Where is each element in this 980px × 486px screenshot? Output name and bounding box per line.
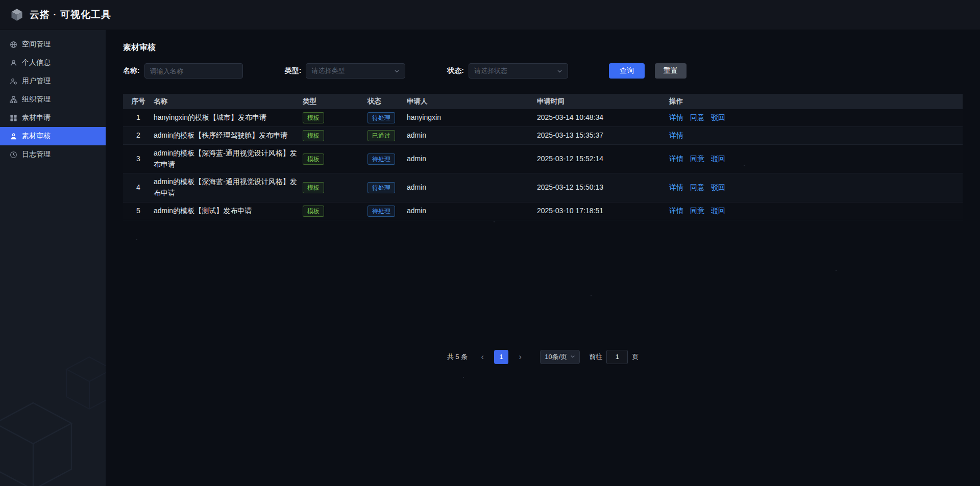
type-tag: 模板 [303,112,324,123]
user-gear-icon [9,77,17,85]
status-filter-select[interactable]: 请选择状态 [469,63,568,79]
row-index: 1 [123,109,154,126]
action-approve-link[interactable]: 同意 [690,206,704,217]
grid-icon [9,114,17,122]
filter-status-group: 状态: 请选择状态 [447,63,568,79]
goto-page-group: 前往 页 [589,350,639,364]
sidebar-item-label: 空间管理 [22,40,51,49]
col-actions: 操作 [669,97,963,106]
action-reject-link[interactable]: 驳回 [711,112,725,123]
action-detail-link[interactable]: 详情 [669,182,683,193]
table-row: 1 hanyingxin的模板【城市】发布申请 模板 待处理 hanyingxi… [123,109,963,127]
row-index: 3 [123,150,154,168]
status-select-value: 请选择状态 [474,66,507,75]
name-filter-label: 名称: [123,66,140,75]
row-applicant: admin [407,127,537,144]
col-status: 状态 [368,97,407,106]
type-tag: 模板 [303,206,324,217]
action-detail-link[interactable]: 详情 [669,154,683,165]
app-root: 云搭 · 可视化工具 空间管理 个人信息 [0,0,980,486]
goto-page-input[interactable] [606,350,628,364]
person-icon [9,59,17,67]
row-applicant: hanyingxin [407,109,537,126]
search-button[interactable]: 查询 [609,63,645,79]
filter-name-group: 名称: [123,63,243,79]
sidebar-item-user-management[interactable]: 用户管理 [0,72,106,90]
col-index: 序号 [123,97,154,106]
page-unit-label: 页 [632,352,639,362]
col-applicant: 申请人 [407,97,537,106]
status-tag-pending: 待处理 [368,182,395,193]
status-tag-pending: 待处理 [368,206,395,217]
type-tag: 模板 [303,154,324,165]
pagination-total: 共 5 条 [447,352,468,362]
goto-label: 前往 [589,352,602,362]
filter-buttons: 查询 重置 [609,63,687,79]
table-header-row: 序号 名称 类型 状态 申请人 申请时间 操作 [123,94,963,109]
row-index: 5 [123,202,154,220]
sidebar-item-personal-info[interactable]: 个人信息 [0,54,106,72]
action-approve-link[interactable]: 同意 [690,112,704,123]
sidebar-item-log-management[interactable]: 日志管理 [0,145,106,164]
col-type: 类型 [303,97,368,106]
action-reject-link[interactable]: 驳回 [711,182,725,193]
review-check-icon [9,132,17,140]
app-title: 云搭 · 可视化工具 [30,8,111,21]
status-tag-pending: 待处理 [368,154,395,165]
log-doc-icon [9,150,17,159]
type-tag: 模板 [303,130,324,141]
reset-button[interactable]: 重置 [655,63,687,79]
col-name: 名称 [154,97,303,106]
action-approve-link[interactable]: 同意 [690,182,704,193]
col-time: 申请时间 [537,97,669,106]
action-reject-link[interactable]: 驳回 [711,154,725,165]
chevron-down-icon [570,353,575,361]
main-content: 素材审核 名称: 类型: 请选择类型 状态: [106,30,980,486]
action-detail-link[interactable]: 详情 [669,112,683,123]
filter-type-group: 类型: 请选择类型 [285,63,406,79]
status-tag-pending: 待处理 [368,112,395,123]
row-index: 4 [123,179,154,196]
page-number-1[interactable]: 1 [494,350,508,364]
action-detail-link[interactable]: 详情 [669,130,683,141]
row-name: admin的模板【秩序经理驾驶舱】发布申请 [154,127,303,144]
row-time: 2025-03-12 15:52:14 [537,150,669,168]
row-name: hanyingxin的模板【城市】发布申请 [154,109,303,126]
page-title: 素材审核 [123,42,963,53]
status-filter-label: 状态: [447,66,464,75]
type-filter-select[interactable]: 请选择类型 [306,63,405,79]
sidebar-item-label: 日志管理 [22,150,51,159]
row-applicant: admin [407,202,537,220]
sidebar-item-space-management[interactable]: 空间管理 [0,35,106,54]
action-reject-link[interactable]: 驳回 [711,206,725,217]
sidebar: 空间管理 个人信息 用户管理 [0,30,106,486]
sidebar-item-label: 素材审核 [22,132,51,141]
name-filter-input[interactable] [144,63,243,79]
page-size-select[interactable]: 10条/页 [540,350,580,364]
sidebar-item-material-review[interactable]: 素材审核 [0,127,106,145]
table-row: 3 admin的模板【深海蓝-通用视觉设计风格】发布申请 模板 待处理 admi… [123,145,963,173]
action-approve-link[interactable]: 同意 [690,154,704,165]
sidebar-item-org-management[interactable]: 组织管理 [0,90,106,109]
type-select-value: 请选择类型 [311,66,345,75]
table-row: 4 admin的模板【深海蓝-通用视觉设计风格】发布申请 模板 待处理 admi… [123,173,963,202]
sidebar-item-label: 组织管理 [22,95,51,104]
row-time: 2025-03-14 10:48:34 [537,109,669,126]
row-name: admin的模板【深海蓝-通用视觉设计风格】发布申请 [154,145,303,173]
filter-bar: 名称: 类型: 请选择类型 状态: 请选择状态 [123,63,963,79]
globe-icon [9,40,17,48]
layout: 空间管理 个人信息 用户管理 [0,30,980,486]
pagination: 共 5 条 ‹ 1 › 10条/页 前往 页 [123,350,963,364]
chevron-down-icon [394,68,400,74]
table-row: 2 admin的模板【秩序经理驾驶舱】发布申请 模板 已通过 admin 202… [123,127,963,145]
sidebar-item-material-application[interactable]: 素材申请 [0,109,106,127]
row-index: 2 [123,127,154,144]
org-tree-icon [9,95,17,104]
page-size-value: 10条/页 [545,352,567,362]
prev-page-icon[interactable]: ‹ [476,350,489,364]
app-header: 云搭 · 可视化工具 [0,0,980,30]
table-row: 5 admin的模板【测试】发布申请 模板 待处理 admin 2025-03-… [123,202,963,220]
row-time: 2025-03-13 15:35:37 [537,127,669,144]
next-page-icon[interactable]: › [513,350,527,364]
action-detail-link[interactable]: 详情 [669,206,683,217]
